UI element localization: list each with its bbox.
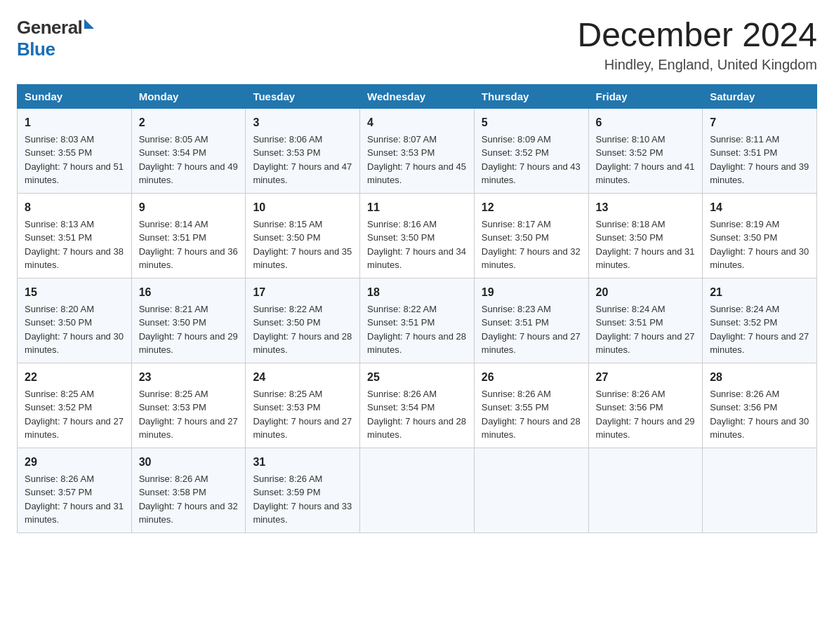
day-info: Sunrise: 8:24 AMSunset: 3:52 PMDaylight:… — [710, 304, 809, 356]
day-number: 3 — [253, 114, 352, 131]
logo-general: General — [17, 17, 82, 39]
day-number: 30 — [139, 454, 239, 471]
calendar-cell: 20 Sunrise: 8:24 AMSunset: 3:51 PMDaylig… — [588, 278, 703, 363]
calendar-cell: 25 Sunrise: 8:26 AMSunset: 3:54 PMDaylig… — [360, 363, 475, 448]
day-info: Sunrise: 8:20 AMSunset: 3:50 PMDaylight:… — [25, 304, 124, 356]
calendar-cell: 9 Sunrise: 8:14 AMSunset: 3:51 PMDayligh… — [131, 193, 246, 278]
day-info: Sunrise: 8:25 AMSunset: 3:53 PMDaylight:… — [253, 389, 352, 441]
day-number: 25 — [367, 369, 467, 386]
day-number: 23 — [139, 369, 239, 386]
calendar-header-friday: Friday — [588, 84, 703, 108]
calendar-table: SundayMondayTuesdayWednesdayThursdayFrid… — [17, 84, 817, 533]
calendar-header-row: SundayMondayTuesdayWednesdayThursdayFrid… — [18, 84, 817, 108]
day-number: 24 — [253, 369, 352, 386]
calendar-cell: 5 Sunrise: 8:09 AMSunset: 3:52 PMDayligh… — [474, 108, 588, 193]
calendar-cell: 1 Sunrise: 8:03 AMSunset: 3:55 PMDayligh… — [18, 108, 132, 193]
calendar-week-row: 1 Sunrise: 8:03 AMSunset: 3:55 PMDayligh… — [18, 108, 817, 193]
day-info: Sunrise: 8:11 AMSunset: 3:51 PMDaylight:… — [710, 134, 809, 186]
day-number: 7 — [710, 114, 809, 131]
calendar-cell: 14 Sunrise: 8:19 AMSunset: 3:50 PMDaylig… — [703, 193, 817, 278]
logo-blue: Blue — [17, 39, 55, 60]
calendar-cell: 26 Sunrise: 8:26 AMSunset: 3:55 PMDaylig… — [474, 363, 588, 448]
calendar-cell: 3 Sunrise: 8:06 AMSunset: 3:53 PMDayligh… — [246, 108, 360, 193]
day-info: Sunrise: 8:22 AMSunset: 3:51 PMDaylight:… — [367, 304, 466, 356]
day-info: Sunrise: 8:24 AMSunset: 3:51 PMDaylight:… — [596, 304, 695, 356]
day-info: Sunrise: 8:21 AMSunset: 3:50 PMDaylight:… — [139, 304, 238, 356]
calendar-cell: 24 Sunrise: 8:25 AMSunset: 3:53 PMDaylig… — [246, 363, 360, 448]
day-info: Sunrise: 8:25 AMSunset: 3:52 PMDaylight:… — [25, 389, 124, 441]
calendar-header-wednesday: Wednesday — [360, 84, 475, 108]
page-header: General Blue December 2024 Hindley, Engl… — [17, 17, 817, 73]
calendar-header-sunday: Sunday — [18, 84, 132, 108]
day-number: 9 — [139, 199, 239, 216]
day-number: 16 — [139, 284, 239, 301]
calendar-cell: 27 Sunrise: 8:26 AMSunset: 3:56 PMDaylig… — [588, 363, 703, 448]
day-info: Sunrise: 8:22 AMSunset: 3:50 PMDaylight:… — [253, 304, 352, 356]
day-number: 13 — [596, 199, 696, 216]
title-block: December 2024 Hindley, England, United K… — [577, 17, 817, 73]
day-number: 19 — [482, 284, 581, 301]
day-info: Sunrise: 8:26 AMSunset: 3:58 PMDaylight:… — [139, 474, 238, 525]
day-info: Sunrise: 8:07 AMSunset: 3:53 PMDaylight:… — [367, 134, 466, 186]
day-info: Sunrise: 8:25 AMSunset: 3:53 PMDaylight:… — [139, 389, 238, 441]
day-number: 11 — [367, 199, 467, 216]
day-number: 2 — [139, 114, 239, 131]
day-number: 29 — [25, 454, 124, 471]
calendar-header-saturday: Saturday — [703, 84, 817, 108]
day-number: 8 — [25, 199, 124, 216]
calendar-cell: 30 Sunrise: 8:26 AMSunset: 3:58 PMDaylig… — [131, 448, 246, 532]
day-number: 12 — [482, 199, 581, 216]
day-info: Sunrise: 8:10 AMSunset: 3:52 PMDaylight:… — [596, 134, 695, 186]
day-number: 1 — [25, 114, 124, 131]
calendar-cell: 17 Sunrise: 8:22 AMSunset: 3:50 PMDaylig… — [246, 278, 360, 363]
day-number: 28 — [710, 369, 809, 386]
calendar-cell: 23 Sunrise: 8:25 AMSunset: 3:53 PMDaylig… — [131, 363, 246, 448]
day-info: Sunrise: 8:15 AMSunset: 3:50 PMDaylight:… — [253, 219, 352, 271]
day-number: 18 — [367, 284, 467, 301]
day-number: 5 — [482, 114, 581, 131]
day-info: Sunrise: 8:09 AMSunset: 3:52 PMDaylight:… — [482, 134, 581, 186]
day-number: 31 — [253, 454, 352, 471]
day-info: Sunrise: 8:26 AMSunset: 3:57 PMDaylight:… — [25, 474, 124, 525]
calendar-cell — [703, 448, 817, 532]
calendar-cell: 31 Sunrise: 8:26 AMSunset: 3:59 PMDaylig… — [246, 448, 360, 532]
day-number: 15 — [25, 284, 124, 301]
calendar-cell — [588, 448, 703, 532]
day-number: 21 — [710, 284, 809, 301]
calendar-cell: 29 Sunrise: 8:26 AMSunset: 3:57 PMDaylig… — [18, 448, 132, 532]
calendar-cell: 10 Sunrise: 8:15 AMSunset: 3:50 PMDaylig… — [246, 193, 360, 278]
day-info: Sunrise: 8:26 AMSunset: 3:55 PMDaylight:… — [482, 389, 581, 441]
location-text: Hindley, England, United Kingdom — [577, 57, 817, 73]
month-title: December 2024 — [577, 17, 817, 54]
calendar-cell: 18 Sunrise: 8:22 AMSunset: 3:51 PMDaylig… — [360, 278, 475, 363]
logo-arrow-icon — [84, 19, 94, 29]
calendar-cell: 21 Sunrise: 8:24 AMSunset: 3:52 PMDaylig… — [703, 278, 817, 363]
day-number: 17 — [253, 284, 352, 301]
day-info: Sunrise: 8:05 AMSunset: 3:54 PMDaylight:… — [139, 134, 238, 186]
day-info: Sunrise: 8:03 AMSunset: 3:55 PMDaylight:… — [25, 134, 124, 186]
day-info: Sunrise: 8:26 AMSunset: 3:56 PMDaylight:… — [710, 389, 809, 441]
calendar-week-row: 22 Sunrise: 8:25 AMSunset: 3:52 PMDaylig… — [18, 363, 817, 448]
day-info: Sunrise: 8:18 AMSunset: 3:50 PMDaylight:… — [596, 219, 695, 271]
calendar-header-tuesday: Tuesday — [246, 84, 360, 108]
day-info: Sunrise: 8:14 AMSunset: 3:51 PMDaylight:… — [139, 219, 238, 271]
calendar-week-row: 8 Sunrise: 8:13 AMSunset: 3:51 PMDayligh… — [18, 193, 817, 278]
day-number: 14 — [710, 199, 809, 216]
calendar-cell: 28 Sunrise: 8:26 AMSunset: 3:56 PMDaylig… — [703, 363, 817, 448]
calendar-cell: 13 Sunrise: 8:18 AMSunset: 3:50 PMDaylig… — [588, 193, 703, 278]
calendar-cell — [474, 448, 588, 532]
day-number: 4 — [367, 114, 467, 131]
day-info: Sunrise: 8:17 AMSunset: 3:50 PMDaylight:… — [482, 219, 581, 271]
calendar-cell: 7 Sunrise: 8:11 AMSunset: 3:51 PMDayligh… — [703, 108, 817, 193]
calendar-cell — [360, 448, 475, 532]
logo: General Blue — [17, 17, 94, 60]
day-info: Sunrise: 8:26 AMSunset: 3:59 PMDaylight:… — [253, 474, 352, 525]
day-number: 20 — [596, 284, 696, 301]
day-info: Sunrise: 8:23 AMSunset: 3:51 PMDaylight:… — [482, 304, 581, 356]
calendar-cell: 11 Sunrise: 8:16 AMSunset: 3:50 PMDaylig… — [360, 193, 475, 278]
calendar-cell: 16 Sunrise: 8:21 AMSunset: 3:50 PMDaylig… — [131, 278, 246, 363]
calendar-cell: 4 Sunrise: 8:07 AMSunset: 3:53 PMDayligh… — [360, 108, 475, 193]
calendar-cell: 22 Sunrise: 8:25 AMSunset: 3:52 PMDaylig… — [18, 363, 132, 448]
day-info: Sunrise: 8:26 AMSunset: 3:54 PMDaylight:… — [367, 389, 466, 441]
day-info: Sunrise: 8:13 AMSunset: 3:51 PMDaylight:… — [25, 219, 124, 271]
